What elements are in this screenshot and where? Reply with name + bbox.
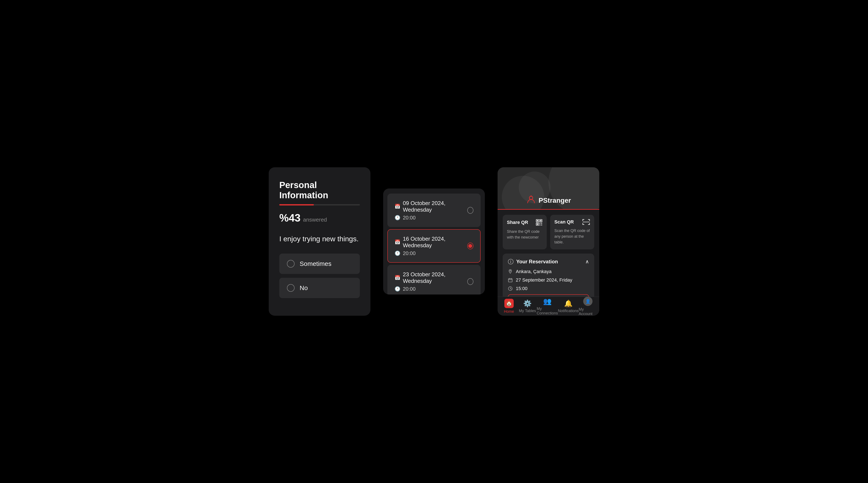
- option-no-label: No: [300, 284, 308, 292]
- right-nav-home[interactable]: 🏠 Home: [500, 299, 518, 314]
- date-info-3: 📅 23 October 2024, Wednesday 🕐 20:00: [395, 271, 467, 292]
- right-nav-account-label: My Account: [579, 307, 597, 316]
- percent-number: %43: [279, 212, 301, 224]
- res-time-row: 15:00: [508, 286, 589, 291]
- time-text-3: 20:00: [403, 286, 415, 292]
- time-text-1: 20:00: [403, 215, 415, 221]
- svg-rect-3: [537, 220, 538, 221]
- svg-point-15: [510, 260, 511, 261]
- reservation-chevron[interactable]: ∧: [585, 259, 589, 265]
- date-text-3: 23 October 2024, Wednesday: [403, 271, 467, 284]
- qr-row: Share QR Share the QR code with: [503, 215, 594, 249]
- calendar-icon-1: 📅: [395, 204, 400, 209]
- location-text: Ankara, Çankaya: [516, 269, 552, 274]
- info-circle-icon: [508, 259, 514, 265]
- svg-rect-17: [508, 279, 512, 282]
- scan-qr-title: Scan QR: [554, 219, 574, 225]
- calendar-icon-2: 📅: [395, 239, 400, 245]
- date-list: 📅 09 October 2024, Wednesday 🕐 20:00 📅 1…: [383, 188, 485, 295]
- right-nav-connections[interactable]: 👥 My Connections: [537, 297, 558, 315]
- share-qr-desc: Share the QR code with the newcomer: [507, 229, 542, 240]
- date-item-3[interactable]: 📅 23 October 2024, Wednesday 🕐 20:00: [388, 265, 480, 295]
- radio-dot-2: [467, 243, 473, 249]
- date-row-3: 📅 23 October 2024, Wednesday: [395, 271, 467, 284]
- scan-qr-desc: Scan the QR code of any person at the ta…: [554, 228, 590, 245]
- date-row-1: 📅 09 October 2024, Wednesday: [395, 200, 467, 213]
- right-nav-notifications[interactable]: 🔔 Notifications: [558, 299, 579, 313]
- right-nav-connections-label: My Connections: [537, 307, 558, 315]
- svg-rect-5: [540, 220, 541, 221]
- date-info-2: 📅 16 October 2024, Wednesday 🕐 20:00: [395, 236, 467, 256]
- reservation-title-row: Your Reservation: [508, 259, 558, 265]
- right-header: PStranger: [498, 167, 599, 210]
- time-row-1: 🕐 20:00: [395, 215, 467, 221]
- svg-rect-10: [539, 224, 540, 225]
- svg-rect-7: [537, 223, 538, 225]
- svg-rect-9: [541, 223, 542, 224]
- date-text-1: 09 October 2024, Wednesday: [403, 200, 467, 213]
- option-no[interactable]: No: [279, 278, 360, 298]
- svg-point-1: [530, 195, 532, 197]
- time-row-3: 🕐 20:00: [395, 286, 467, 292]
- brand-name-text: PStranger: [539, 197, 571, 204]
- percent-label: answered: [303, 216, 327, 223]
- clock-icon-3: 🕐: [395, 286, 400, 292]
- percent-row: %43 answered: [279, 212, 360, 224]
- date-text-2: 16 October 2024, Wednesday: [403, 236, 467, 249]
- reservation-title: Your Reservation: [516, 259, 558, 265]
- svg-point-16: [510, 270, 511, 271]
- share-qr-title: Share QR: [507, 220, 528, 225]
- scan-qr-card[interactable]: Scan QR Scan the QR code of any person a…: [550, 215, 594, 249]
- res-date-row: 27 September 2024, Friday: [508, 277, 589, 283]
- progress-bar-fill: [279, 204, 314, 206]
- clock-icon-res: [508, 286, 513, 291]
- location-icon: [508, 269, 513, 274]
- radio-dot-1: [467, 207, 473, 214]
- clock-icon-2: 🕐: [395, 251, 400, 256]
- location-row: Ankara, Çankaya: [508, 269, 589, 274]
- wont-join-button[interactable]: I won't join: [508, 294, 589, 297]
- time-text-2: 20:00: [403, 250, 415, 256]
- scan-icon: [582, 219, 590, 225]
- right-body: Share QR Share the QR code with: [498, 210, 599, 297]
- calendar-icon-3: 📅: [395, 275, 400, 280]
- progress-bar-container: [279, 204, 360, 206]
- personal-info-panel: Personal Information %43 answered I enjo…: [269, 167, 370, 316]
- res-date-text: 27 September 2024, Friday: [516, 277, 572, 283]
- date-item-2[interactable]: 📅 16 October 2024, Wednesday 🕐 20:00: [388, 229, 480, 263]
- right-home-icon: 🏠: [504, 299, 514, 308]
- date-row-2: 📅 16 October 2024, Wednesday: [395, 236, 467, 249]
- radio-dot-3: [467, 278, 473, 285]
- time-row-2: 🕐 20:00: [395, 250, 467, 256]
- date-info-1: 📅 09 October 2024, Wednesday 🕐 20:00: [395, 200, 467, 221]
- radio-sometimes: [287, 260, 294, 268]
- calendar-icon-res: [508, 277, 513, 283]
- option-sometimes[interactable]: Sometimes: [279, 253, 360, 274]
- reservation-header: Your Reservation ∧: [508, 259, 589, 265]
- brand-row: PStranger: [526, 195, 571, 206]
- right-nav-tables[interactable]: ⚙️ My Tables: [518, 299, 536, 313]
- right-tables-icon: ⚙️: [523, 299, 532, 307]
- right-nav-account[interactable]: 👤 My Account: [579, 297, 597, 316]
- res-time-text: 15:00: [516, 286, 527, 291]
- share-qr-card[interactable]: Share QR Share the QR code with: [503, 215, 547, 249]
- question-text: I enjoy trying new things.: [279, 235, 360, 243]
- date-item-1[interactable]: 📅 09 October 2024, Wednesday 🕐 20:00: [388, 193, 480, 227]
- panel-title: Personal Information: [279, 180, 360, 200]
- right-notifications-icon: 🔔: [564, 299, 572, 307]
- right-connections-icon: 👥: [543, 297, 552, 305]
- right-panel: PStranger Share QR: [498, 167, 599, 316]
- right-nav: 🏠 Home ⚙️ My Tables 👥 My Connections 🔔 N…: [498, 297, 599, 316]
- right-nav-notifications-label: Notifications: [558, 309, 579, 313]
- share-qr-top: Share QR: [507, 219, 542, 226]
- svg-line-23: [510, 289, 511, 289]
- clock-icon-1: 🕐: [395, 215, 400, 220]
- brand-logo-icon: [526, 195, 536, 206]
- right-nav-tables-label: My Tables: [519, 309, 536, 313]
- qr-share-icon: [536, 219, 542, 226]
- option-sometimes-label: Sometimes: [300, 260, 332, 267]
- right-account-avatar: 👤: [583, 297, 592, 306]
- svg-rect-11: [541, 224, 542, 225]
- date-picker-panel: 📅 09 October 2024, Wednesday 🕐 20:00 📅 1…: [383, 188, 485, 295]
- svg-rect-8: [539, 223, 540, 224]
